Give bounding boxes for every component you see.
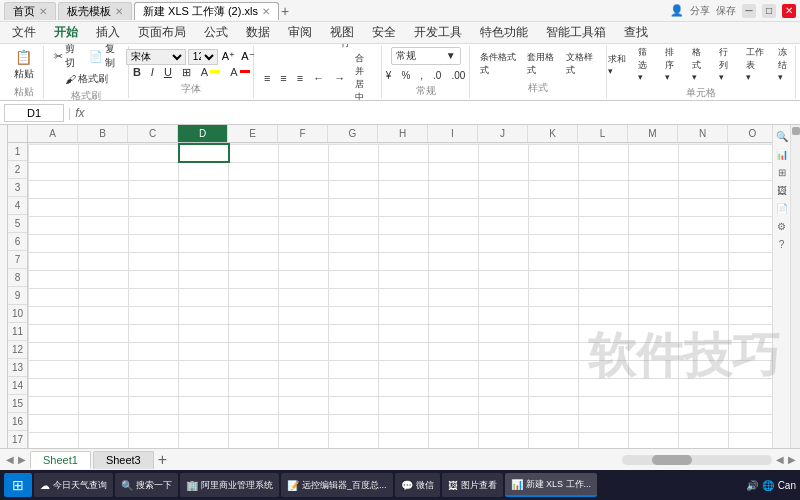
- h-scroll-thumb[interactable]: [652, 455, 692, 465]
- cell-E1[interactable]: [229, 144, 279, 162]
- cell-L2[interactable]: [579, 162, 629, 180]
- cell-I14[interactable]: [429, 378, 479, 396]
- indent-decrease-button[interactable]: ←: [309, 71, 328, 85]
- cell-D11[interactable]: [179, 324, 229, 342]
- cell-C16[interactable]: [129, 414, 179, 432]
- cell-F12[interactable]: [279, 342, 329, 360]
- cell-C4[interactable]: [129, 198, 179, 216]
- cell-D17[interactable]: [179, 432, 229, 448]
- cell-M17[interactable]: [629, 432, 679, 448]
- cell-B14[interactable]: [79, 378, 129, 396]
- cell-N3[interactable]: [679, 180, 729, 198]
- cell-L3[interactable]: [579, 180, 629, 198]
- percent-button[interactable]: %: [397, 69, 414, 82]
- comma-button[interactable]: ,: [416, 69, 427, 82]
- menu-ai-tools[interactable]: 智能工具箱: [538, 22, 614, 43]
- cell-O7[interactable]: [729, 252, 773, 270]
- cell-K9[interactable]: [529, 288, 579, 306]
- cell-A3[interactable]: [29, 180, 79, 198]
- cell-L1[interactable]: [579, 144, 629, 162]
- cell-H10[interactable]: [379, 306, 429, 324]
- cell-O11[interactable]: [729, 324, 773, 342]
- cell-K2[interactable]: [529, 162, 579, 180]
- cell-H4[interactable]: [379, 198, 429, 216]
- font-increase-button[interactable]: A⁺: [220, 50, 237, 63]
- menu-view[interactable]: 视图: [322, 22, 362, 43]
- cell-J1[interactable]: [479, 144, 529, 162]
- cell-J11[interactable]: [479, 324, 529, 342]
- cell-C3[interactable]: [129, 180, 179, 198]
- cell-I15[interactable]: [429, 396, 479, 414]
- cell-D9[interactable]: [179, 288, 229, 306]
- cell-E2[interactable]: [229, 162, 279, 180]
- tab-workbook[interactable]: 新建 XLS 工作薄 (2).xls ✕: [134, 2, 279, 20]
- cell-K5[interactable]: [529, 216, 579, 234]
- share-label[interactable]: 分享: [690, 4, 710, 18]
- formula-input[interactable]: [88, 104, 796, 122]
- cell-N14[interactable]: [679, 378, 729, 396]
- cell-N10[interactable]: [679, 306, 729, 324]
- minimize-button[interactable]: ─: [742, 4, 756, 18]
- cell-I12[interactable]: [429, 342, 479, 360]
- cell-A16[interactable]: [29, 414, 79, 432]
- cell-O16[interactable]: [729, 414, 773, 432]
- cell-C13[interactable]: [129, 360, 179, 378]
- align-middle-button[interactable]: ⬛: [279, 44, 301, 45]
- cell-O8[interactable]: [729, 270, 773, 288]
- sheet-tab-3[interactable]: Sheet3: [93, 451, 154, 469]
- cell-J4[interactable]: [479, 198, 529, 216]
- cell-B12[interactable]: [79, 342, 129, 360]
- cell-H13[interactable]: [379, 360, 429, 378]
- cell-J8[interactable]: [479, 270, 529, 288]
- cell-C17[interactable]: [129, 432, 179, 448]
- cell-J17[interactable]: [479, 432, 529, 448]
- tray-sound[interactable]: 🔊: [746, 480, 758, 491]
- cell-E16[interactable]: [229, 414, 279, 432]
- font-name-select[interactable]: 宋体: [126, 49, 186, 65]
- cell-N8[interactable]: [679, 270, 729, 288]
- cell-H5[interactable]: [379, 216, 429, 234]
- menu-find[interactable]: 查找: [616, 22, 656, 43]
- cell-K15[interactable]: [529, 396, 579, 414]
- cell-G3[interactable]: [329, 180, 379, 198]
- cell-N6[interactable]: [679, 234, 729, 252]
- cell-I10[interactable]: [429, 306, 479, 324]
- cell-L5[interactable]: [579, 216, 629, 234]
- cell-E10[interactable]: [229, 306, 279, 324]
- cell-B4[interactable]: [79, 198, 129, 216]
- cell-J9[interactable]: [479, 288, 529, 306]
- cell-A10[interactable]: [29, 306, 79, 324]
- cell-J2[interactable]: [479, 162, 529, 180]
- horizontal-scrollbar[interactable]: [622, 455, 772, 465]
- font-color-button[interactable]: A: [226, 65, 253, 79]
- cut-button[interactable]: ✂剪切: [50, 44, 83, 71]
- cell-A2[interactable]: [29, 162, 79, 180]
- cell-C12[interactable]: [129, 342, 179, 360]
- tab-template[interactable]: 板壳模板 ✕: [58, 2, 132, 20]
- scroll-left-btn[interactable]: ◀: [776, 454, 784, 465]
- cell-A7[interactable]: [29, 252, 79, 270]
- cell-I1[interactable]: [429, 144, 479, 162]
- maximize-button[interactable]: □: [762, 4, 776, 18]
- cell-D16[interactable]: [179, 414, 229, 432]
- add-tab-button[interactable]: +: [281, 3, 289, 19]
- rt-table[interactable]: ⊞: [775, 165, 789, 179]
- cell-M9[interactable]: [629, 288, 679, 306]
- cell-B15[interactable]: [79, 396, 129, 414]
- cell-M7[interactable]: [629, 252, 679, 270]
- cell-F15[interactable]: [279, 396, 329, 414]
- filter-button[interactable]: 筛选▾: [634, 44, 659, 84]
- wrap-text-button[interactable]: 自动换行: [337, 44, 375, 51]
- cell-B5[interactable]: [79, 216, 129, 234]
- cell-H11[interactable]: [379, 324, 429, 342]
- cell-H3[interactable]: [379, 180, 429, 198]
- cell-M1[interactable]: [629, 144, 679, 162]
- cell-A15[interactable]: [29, 396, 79, 414]
- close-button[interactable]: ✕: [782, 4, 796, 18]
- menu-features[interactable]: 特色功能: [472, 22, 536, 43]
- cell-A12[interactable]: [29, 342, 79, 360]
- cell-B10[interactable]: [79, 306, 129, 324]
- cell-N5[interactable]: [679, 216, 729, 234]
- cell-C11[interactable]: [129, 324, 179, 342]
- cell-A5[interactable]: [29, 216, 79, 234]
